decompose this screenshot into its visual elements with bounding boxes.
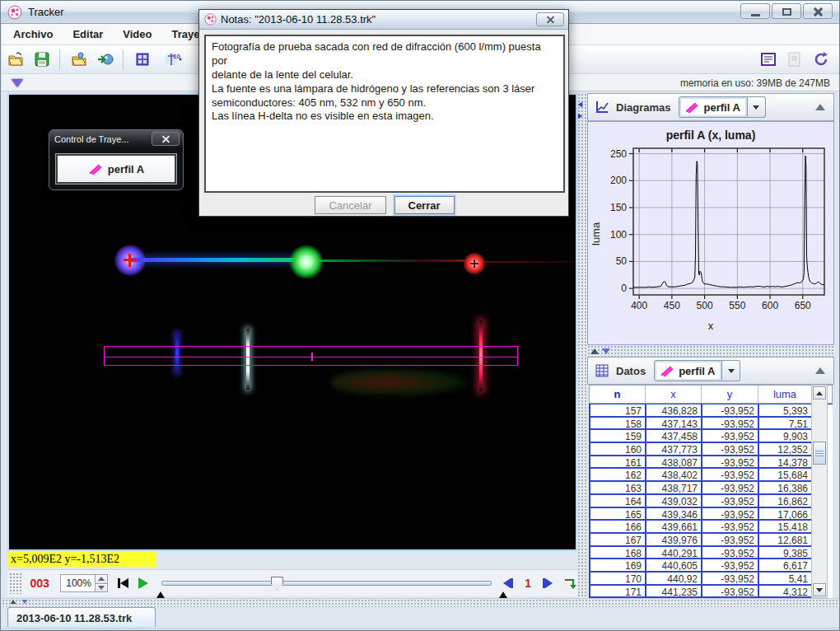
collapse-left-icon[interactable] (578, 101, 582, 107)
scrollbar-thumb[interactable] (813, 442, 826, 465)
vertical-splitter[interactable] (577, 93, 587, 598)
table-cell: -93,952 (702, 534, 759, 547)
expand-up-icon[interactable] (590, 348, 599, 354)
column-header-x[interactable]: x (646, 386, 702, 403)
diagrams-track-button[interactable]: perfil A (679, 96, 747, 118)
loop-button[interactable] (562, 576, 577, 591)
close-button[interactable] (803, 3, 833, 19)
table-scrollbar[interactable] (811, 385, 828, 598)
minimize-button[interactable] (740, 3, 770, 19)
tracker-logo-icon (204, 13, 217, 26)
clip-settings-button[interactable] (130, 48, 155, 71)
play-button[interactable] (138, 577, 148, 589)
table-row[interactable]: 159437,458-93,9529,903 (590, 430, 833, 443)
column-header-luma[interactable]: luma (758, 386, 812, 403)
notes-dialog[interactable]: Notas: "2013-06-10 11.28.53.trk" Fotogra… (198, 9, 569, 217)
track-control-close-button[interactable] (152, 132, 180, 146)
table-cell: 171 (590, 586, 646, 599)
table-cell: 439,346 (646, 508, 702, 521)
step-back-button[interactable] (503, 578, 513, 588)
cancel-button[interactable]: Cancelar (315, 196, 385, 214)
refresh-button[interactable] (809, 48, 833, 71)
table-row[interactable]: 169440,605-93,9526,617 (590, 559, 833, 573)
profile-region[interactable] (104, 346, 518, 366)
table-row[interactable]: 171441,235-93,9524,312 (590, 586, 833, 599)
data-tool-button[interactable] (782, 48, 807, 71)
player-drag-grip[interactable] (9, 573, 21, 594)
down-arrow-icon (98, 586, 105, 590)
slider-track[interactable] (161, 581, 492, 586)
step-forward-button[interactable] (543, 578, 553, 588)
scroll-up-button[interactable] (813, 386, 826, 400)
bottom-splitter[interactable] (2, 598, 840, 607)
restore-up-icon[interactable] (11, 600, 16, 604)
frame-slider[interactable] (161, 575, 492, 591)
menu-video[interactable]: Video (114, 25, 160, 44)
data-table[interactable]: nxyluma 157436,828-93,9525,393158437,143… (589, 385, 833, 598)
column-header-n[interactable]: n (590, 386, 646, 403)
table-cell: 166 (590, 521, 646, 534)
import-button[interactable] (93, 48, 118, 71)
notes-button[interactable] (756, 48, 781, 71)
menu-editar[interactable]: Editar (64, 25, 111, 44)
table-row[interactable]: 164439,032-93,95216,862 (590, 495, 833, 508)
table-row[interactable]: 161438,087-93,95214,378 (590, 456, 833, 470)
table-row[interactable]: 170440,92-93,9525,41 (590, 573, 833, 586)
save-button[interactable] (30, 48, 54, 71)
notes-dialog-titlebar[interactable]: Notas: "2013-06-10 11.28.53.trk" (199, 10, 568, 30)
expand-down-icon[interactable] (602, 348, 610, 354)
table-cell: -93,952 (702, 495, 759, 508)
scroll-down-button[interactable] (813, 583, 826, 596)
track-button-perfilA[interactable]: perfil A (55, 153, 177, 185)
collapse-right-icon[interactable] (578, 113, 582, 119)
table-row[interactable]: 163438,717-93,95216,386 (590, 482, 833, 495)
zoom-control[interactable]: 100% (60, 574, 108, 592)
datos-track-dropdown[interactable] (722, 360, 740, 381)
clip-end-marker[interactable] (499, 591, 507, 598)
table-cell: -93,952 (702, 547, 759, 560)
datos-track-selector[interactable]: perfil A (654, 360, 740, 381)
zoom-down-button[interactable] (96, 583, 107, 591)
table-cell: 438,717 (646, 482, 702, 495)
restore-down-icon[interactable] (22, 600, 28, 604)
svg-text:400: 400 (631, 300, 647, 311)
calibration-button[interactable]: 10 (156, 48, 191, 71)
datos-collapse-button[interactable] (815, 367, 825, 374)
track-control-window[interactable]: Control de Traye... perfil A (49, 129, 184, 190)
maximize-button[interactable] (772, 3, 801, 19)
column-header-y[interactable]: y (702, 386, 758, 403)
table-row[interactable]: 166439,661-93,95215,418 (590, 521, 833, 534)
table-row[interactable]: 158437,143-93,9527,51 (590, 418, 833, 431)
diagrams-track-dropdown[interactable] (748, 96, 766, 118)
menu-archivo[interactable]: Archivo (5, 25, 61, 44)
profile-plot[interactable]: 400450500550600650050100150200250 (590, 143, 831, 323)
table-row[interactable]: 165439,346-93,95217,066 (590, 508, 833, 521)
horizontal-splitter[interactable] (587, 345, 834, 357)
slider-thumb[interactable] (271, 577, 283, 590)
window-title: Tracker (28, 6, 64, 18)
table-cell: 16,862 (759, 495, 813, 508)
table-cell: 17,066 (759, 508, 813, 521)
notes-textarea[interactable]: Fotografía de prueba sacada con red de d… (204, 35, 565, 193)
hide-toolbar-icon[interactable] (12, 79, 23, 87)
notes-dialog-close-button[interactable] (536, 12, 564, 26)
table-row[interactable]: 157436,828-93,9525,393 (590, 404, 833, 418)
datos-track-button[interactable]: perfil A (654, 360, 722, 381)
rewind-button[interactable] (118, 578, 128, 588)
file-tab[interactable]: 2013-06-10 11.28.53.trk (7, 607, 156, 628)
table-row[interactable]: 167439,976-93,95212,681 (590, 534, 833, 547)
open-video-button[interactable] (67, 48, 91, 71)
table-row[interactable]: 160437,773-93,95212,352 (590, 443, 833, 456)
open-button[interactable] (3, 48, 28, 71)
cerrar-button[interactable]: Cerrar (394, 196, 455, 214)
table-row[interactable]: 162438,402-93,95215,684 (590, 469, 833, 482)
diagrams-track-selector[interactable]: perfil A (679, 96, 765, 118)
clip-start-marker[interactable] (156, 591, 165, 598)
table-cell: -93,952 (702, 586, 759, 599)
plot-panel[interactable]: perfil A (x, luma) luma 4004505005506006… (587, 121, 834, 345)
laser-beam (129, 258, 307, 262)
table-row[interactable]: 168440,291-93,9529,385 (590, 547, 833, 560)
track-control-titlebar[interactable]: Control de Traye... (49, 130, 183, 148)
diagrams-collapse-button[interactable] (815, 104, 825, 110)
zoom-up-button[interactable] (96, 575, 107, 583)
